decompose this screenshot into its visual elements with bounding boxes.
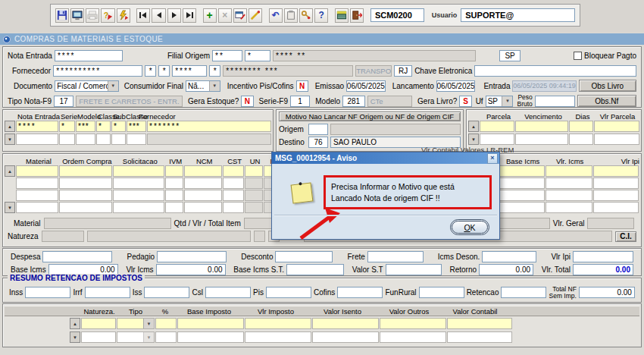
close-icon[interactable]: ×	[487, 153, 498, 164]
scroll-up-button[interactable]: ▲	[5, 165, 15, 177]
grid-cell[interactable]	[16, 178, 58, 189]
grid-cell[interactable]	[184, 190, 222, 201]
gera-estoque-flag-field[interactable]: N	[241, 96, 253, 107]
grid-cell[interactable]	[177, 318, 244, 329]
csl-field[interactable]	[205, 287, 251, 298]
fornecedor-f4-field[interactable]: *	[209, 65, 220, 77]
vlr-ipi-field[interactable]	[573, 251, 633, 262]
grid-cell[interactable]	[223, 202, 244, 213]
grid-cell[interactable]	[546, 165, 592, 177]
grid-cell[interactable]	[177, 331, 244, 343]
grid-cell[interactable]	[16, 190, 58, 201]
grid-cell[interactable]	[165, 178, 183, 189]
grid-cell[interactable]	[312, 318, 379, 329]
tipo-nota-field[interactable]: 17	[54, 96, 73, 107]
delete-record-button[interactable]: ×	[218, 8, 232, 23]
despesa-field[interactable]	[42, 251, 112, 262]
valor-st-field[interactable]	[386, 264, 442, 275]
grid-cell[interactable]	[113, 190, 164, 201]
grid-cell[interactable]	[447, 318, 512, 329]
grid-cell[interactable]	[81, 331, 116, 343]
grid-cell[interactable]: ****	[16, 121, 58, 132]
grid-cell[interactable]	[594, 121, 639, 132]
inss-field[interactable]	[25, 287, 70, 298]
funrural-field[interactable]	[419, 287, 464, 298]
save-button[interactable]	[55, 8, 69, 23]
incentivo-flag-field[interactable]: N	[296, 80, 308, 92]
destino-code-field[interactable]: 76	[308, 137, 328, 148]
iss-field[interactable]	[144, 287, 189, 298]
icms-deson-field[interactable]	[482, 251, 536, 262]
nav-last-button[interactable]	[183, 8, 196, 23]
grid-cell[interactable]	[111, 134, 126, 145]
grid-cell[interactable]	[59, 178, 112, 189]
grid-cell[interactable]	[499, 190, 545, 201]
grid-cell[interactable]	[593, 178, 639, 189]
grid-cell[interactable]: *	[111, 121, 126, 132]
obs-livro-button[interactable]: Obs Livro	[579, 80, 636, 92]
grid-cell[interactable]	[155, 331, 177, 343]
fornecedor-f1-field[interactable]: *	[145, 65, 156, 77]
uf-select[interactable]: SP ▼	[486, 96, 514, 107]
grid-cell[interactable]	[96, 134, 111, 145]
grid-cell[interactable]	[155, 318, 177, 329]
links-button[interactable]	[299, 8, 313, 23]
grid-cell[interactable]	[113, 165, 164, 177]
nav-first-button[interactable]	[136, 8, 150, 23]
grid-cell[interactable]	[447, 331, 512, 343]
grid-cell[interactable]	[81, 318, 116, 329]
lancamento-field[interactable]: 06/05/2025	[436, 80, 476, 92]
tipo-cell[interactable]: ▼	[117, 331, 155, 343]
grid-cell[interactable]	[16, 165, 58, 177]
grid-cell[interactable]	[593, 165, 639, 177]
grid-cell[interactable]	[499, 178, 545, 189]
gera-livro-flag-field[interactable]: S	[459, 96, 471, 107]
user-field[interactable]: SUPORTE@	[461, 8, 575, 22]
retencao-field[interactable]	[501, 287, 546, 298]
grid-cell[interactable]	[59, 202, 112, 213]
grid-cell[interactable]: *	[96, 121, 111, 132]
grid-cell[interactable]	[245, 318, 311, 329]
add-record-button[interactable]: +	[203, 8, 217, 23]
scroll-down-button[interactable]: ▼	[5, 202, 15, 213]
movements-button[interactable]	[335, 8, 349, 23]
grid-cell[interactable]	[16, 202, 58, 213]
grid-cell[interactable]	[569, 121, 593, 132]
grid-cell[interactable]: *	[59, 121, 75, 132]
transp-uf-field[interactable]: RJ	[394, 65, 412, 77]
grid-cell[interactable]: *******	[147, 121, 271, 132]
grid-cell[interactable]	[480, 134, 514, 145]
grid-cell[interactable]: ***	[76, 121, 95, 132]
grid-cell[interactable]	[546, 190, 592, 201]
fornecedor-f3-field[interactable]: ****	[172, 65, 207, 77]
grid-cell[interactable]	[184, 178, 222, 189]
grid-cell[interactable]	[546, 202, 592, 213]
obs-nf-button[interactable]: Obs.Nf	[577, 95, 636, 107]
tipo-cell[interactable]: ▼	[117, 318, 155, 329]
filial-digit-field[interactable]: *	[245, 50, 270, 61]
grid-cell[interactable]	[594, 134, 639, 145]
grid-cell[interactable]	[165, 202, 183, 213]
grid-cell[interactable]	[569, 134, 593, 145]
grid-cell[interactable]	[59, 165, 112, 177]
execute-run-button[interactable]	[117, 8, 130, 23]
grid-cell[interactable]	[59, 190, 112, 201]
grid-cell[interactable]	[16, 134, 58, 145]
exit-button[interactable]	[350, 8, 364, 23]
grid-cell[interactable]	[165, 190, 183, 201]
grid-cell[interactable]: ***	[127, 121, 146, 132]
clipboard-button[interactable]	[284, 8, 298, 23]
grid-cell[interactable]	[127, 134, 146, 145]
grid-cell[interactable]	[515, 121, 568, 132]
filial-code-field[interactable]: **	[212, 50, 242, 61]
emissao-field[interactable]: 06/05/2025	[346, 80, 386, 92]
modelo-field[interactable]: 281	[342, 96, 365, 107]
chevron-down-icon[interactable]: ▼	[108, 81, 118, 91]
grid-cell[interactable]	[245, 331, 311, 343]
fornecedor-code-field[interactable]: **********	[53, 65, 142, 77]
chevron-down-icon[interactable]: ▼	[143, 332, 154, 342]
pedagio-field[interactable]	[157, 251, 227, 262]
grid-cell[interactable]	[499, 165, 545, 177]
peso-bruto-field[interactable]	[535, 96, 575, 107]
grid-cell[interactable]	[380, 318, 446, 329]
